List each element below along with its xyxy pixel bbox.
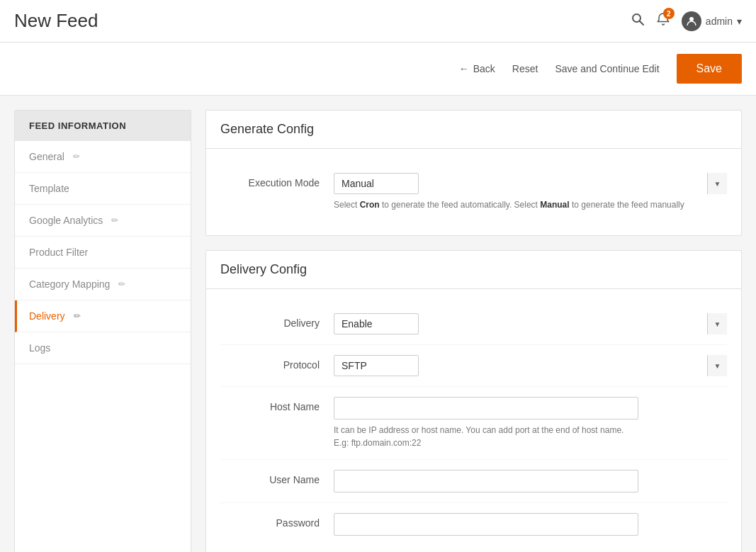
password-label: Password <box>220 513 334 529</box>
password-control <box>334 513 727 536</box>
back-arrow-icon: ← <box>459 63 469 74</box>
host-name-help: It can be IP address or host name. You c… <box>334 424 727 449</box>
toolbar: ← Back Reset Save and Continue Edit Save <box>0 43 756 96</box>
reset-button[interactable]: Reset <box>512 63 538 74</box>
edit-icon-general: ✏ <box>73 152 80 162</box>
user-name-input[interactable] <box>334 470 638 492</box>
back-button[interactable]: ← Back <box>459 63 495 74</box>
main-content: FEED INFORMATION General ✏ Template Goog… <box>0 96 756 552</box>
admin-avatar <box>682 11 701 31</box>
execution-mode-control: Manual Cron ▼ Select Cron to generate th… <box>334 173 727 211</box>
sidebar-item-logs-label: Logs <box>29 342 50 354</box>
svg-point-2 <box>689 17 694 21</box>
execution-mode-help: Select Cron to generate the feed automat… <box>334 198 727 211</box>
execution-mode-arrow-icon: ▼ <box>707 173 727 194</box>
protocol-arrow-icon: ▼ <box>707 355 727 376</box>
protocol-row: Protocol SFTP FTP FTPS ▼ <box>220 345 727 387</box>
protocol-control: SFTP FTP FTPS ▼ <box>334 355 727 376</box>
user-name-control <box>334 470 727 492</box>
execution-mode-select-wrap: Manual Cron ▼ <box>334 173 727 194</box>
sidebar-item-template[interactable]: Template <box>15 173 191 205</box>
search-icon <box>631 12 645 26</box>
header-actions: 2 admin ▾ <box>631 11 742 31</box>
content-area: Generate Config Execution Mode Manual Cr… <box>205 110 742 552</box>
host-name-control: It can be IP address or host name. You c… <box>334 397 727 449</box>
sidebar-item-template-label: Template <box>29 183 69 194</box>
save-continue-label: Save and Continue Edit <box>555 63 659 74</box>
admin-menu-button[interactable]: admin ▾ <box>682 11 742 31</box>
back-label: Back <box>473 63 495 74</box>
delivery-arrow-icon: ▼ <box>707 313 727 334</box>
admin-label: admin <box>706 16 733 27</box>
delivery-config-title: Delivery Config <box>206 251 741 289</box>
user-icon <box>686 16 697 27</box>
sidebar-item-product-filter[interactable]: Product Filter <box>15 237 191 269</box>
execution-mode-select[interactable]: Manual Cron <box>334 173 419 194</box>
sidebar-item-general[interactable]: General ✏ <box>15 141 191 173</box>
sidebar-item-google-analytics-label: Google Analytics <box>29 215 103 226</box>
sidebar-item-product-filter-label: Product Filter <box>29 247 88 258</box>
svg-line-1 <box>639 21 643 26</box>
generate-config-section: Generate Config Execution Mode Manual Cr… <box>205 110 742 236</box>
delivery-label: Delivery <box>220 313 334 329</box>
sidebar-item-logs[interactable]: Logs <box>15 332 191 364</box>
protocol-select-wrap: SFTP FTP FTPS ▼ <box>334 355 727 376</box>
sidebar-header: FEED INFORMATION <box>15 111 191 141</box>
protocol-select[interactable]: SFTP FTP FTPS <box>334 355 419 376</box>
delivery-select-wrap: Enable Disable ▼ <box>334 313 727 334</box>
sidebar-item-category-mapping-label: Category Mapping <box>29 278 110 290</box>
edit-icon-delivery: ✏ <box>74 311 81 321</box>
delivery-config-section: Delivery Config Delivery Enable Disable … <box>205 250 742 552</box>
user-name-row: User Name <box>220 460 727 503</box>
user-name-label: User Name <box>220 470 334 485</box>
generate-config-body: Execution Mode Manual Cron ▼ Select Cron… <box>206 149 741 235</box>
delivery-config-body: Delivery Enable Disable ▼ Protocol <box>206 289 741 552</box>
search-button[interactable] <box>631 12 645 30</box>
sidebar-item-delivery[interactable]: Delivery ✏ <box>15 300 191 332</box>
save-label: Save <box>696 62 722 74</box>
delivery-select[interactable]: Enable Disable <box>334 313 419 334</box>
notification-badge: 2 <box>663 8 675 19</box>
generate-config-title: Generate Config <box>206 111 741 149</box>
page-title: New Feed <box>14 10 98 32</box>
admin-dropdown-icon: ▾ <box>737 16 742 27</box>
save-button[interactable]: Save <box>677 54 742 84</box>
page-header: New Feed 2 admin ▾ <box>0 0 756 43</box>
save-continue-button[interactable]: Save and Continue Edit <box>555 63 659 74</box>
execution-mode-label: Execution Mode <box>220 173 334 188</box>
sidebar-item-general-label: General <box>29 151 64 162</box>
sidebar-item-category-mapping[interactable]: Category Mapping ✏ <box>15 269 191 300</box>
protocol-label: Protocol <box>220 355 334 371</box>
host-name-input[interactable] <box>334 397 638 419</box>
notification-button[interactable]: 2 <box>656 12 670 30</box>
delivery-control: Enable Disable ▼ <box>334 313 727 334</box>
edit-icon-category-mapping: ✏ <box>118 279 125 289</box>
edit-icon-google-analytics: ✏ <box>111 215 118 225</box>
sidebar-item-delivery-label: Delivery <box>29 310 65 322</box>
host-name-label: Host Name <box>220 397 334 412</box>
sidebar-item-google-analytics[interactable]: Google Analytics ✏ <box>15 205 191 237</box>
reset-label: Reset <box>512 63 538 74</box>
password-row: Password <box>220 503 727 546</box>
host-name-row: Host Name It can be IP address or host n… <box>220 387 727 460</box>
execution-mode-row: Execution Mode Manual Cron ▼ Select Cron… <box>220 163 727 221</box>
password-input[interactable] <box>334 513 638 536</box>
sidebar: FEED INFORMATION General ✏ Template Goog… <box>14 110 191 552</box>
delivery-row: Delivery Enable Disable ▼ <box>220 303 727 345</box>
